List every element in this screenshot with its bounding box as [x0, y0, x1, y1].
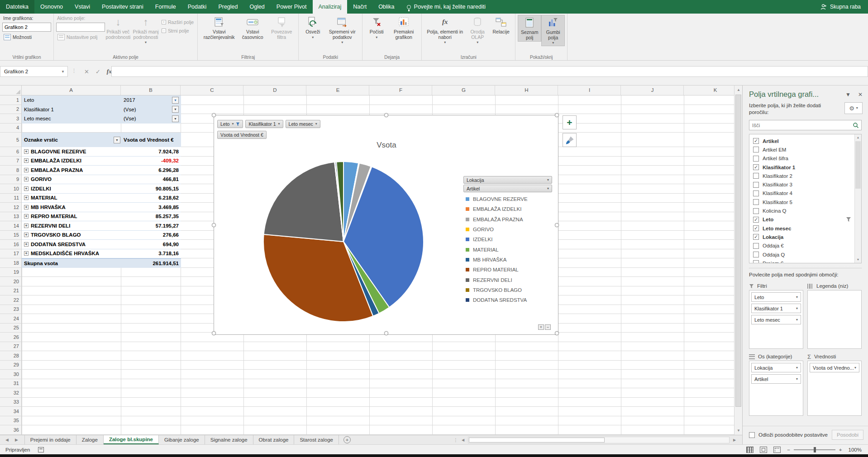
- expand-icon[interactable]: +: [24, 205, 29, 209]
- insert-timeline-button[interactable]: Vstavi časovnico: [238, 15, 267, 41]
- checkbox-icon[interactable]: [753, 199, 759, 205]
- row-header-8[interactable]: 8: [0, 166, 21, 175]
- share-button[interactable]: Skupna raba: [813, 0, 868, 14]
- legend-item-mb-hrva-ka[interactable]: MB HRVAŠKA: [466, 255, 528, 265]
- resize-handle[interactable]: [384, 331, 388, 335]
- column-header-j[interactable]: J: [621, 86, 684, 95]
- chart-name-input[interactable]: [2, 23, 51, 32]
- row-header-3[interactable]: 3: [0, 114, 21, 124]
- legend-item-gorivo[interactable]: GORIVO: [466, 224, 528, 234]
- olap-tools-button[interactable]: Orodja OLAP▾: [466, 15, 489, 45]
- row-header-31[interactable]: 31: [0, 379, 21, 389]
- pivot-data-row[interactable]: +IZDELKI90.805,15: [22, 184, 181, 194]
- ribbon-tab-analiziraj[interactable]: Analiziraj: [313, 0, 348, 14]
- field-item-leto-mesec[interactable]: ✓Leto mesec: [749, 224, 861, 233]
- row-header-11[interactable]: 11: [0, 194, 21, 203]
- legend-item-trgovsko-blago[interactable]: TRGOVSKO BLAGO: [466, 285, 528, 295]
- column-header-e[interactable]: E: [307, 86, 369, 95]
- row-header-27[interactable]: 27: [0, 342, 21, 352]
- legend-item-izdelki[interactable]: IZDELKI: [466, 234, 528, 244]
- checkbox-icon[interactable]: [753, 147, 759, 152]
- row-header-2[interactable]: 2: [0, 105, 21, 114]
- checkbox-icon[interactable]: [753, 156, 759, 162]
- pivot-data-row[interactable]: +GORIVO466,81: [22, 175, 181, 185]
- cancel-icon[interactable]: ✕: [84, 68, 89, 75]
- scroll-down-icon[interactable]: ▼: [855, 257, 861, 263]
- splitter-icon[interactable]: ⋮: [453, 438, 458, 443]
- sheet-tab-starost-zaloge[interactable]: Starost zaloge: [294, 435, 339, 444]
- search-icon[interactable]: [853, 122, 859, 129]
- checkbox-icon[interactable]: [753, 260, 759, 263]
- macro-record-icon[interactable]: [38, 447, 44, 452]
- pivot-data-row[interactable]: +EMBALAŽA PRAZNA6.296,28: [22, 166, 181, 175]
- area-pill-vsota-od-vredno[interactable]: Vsota od Vredno...▾: [810, 363, 859, 372]
- name-box[interactable]: ▼: [0, 66, 68, 77]
- area-pill-klasifikator-1[interactable]: Klasifikator 1▾: [751, 304, 801, 313]
- field-item-klasifikator-3[interactable]: Klasifikator 3: [749, 180, 861, 189]
- resize-handle[interactable]: [212, 223, 216, 227]
- row-header-33[interactable]: 33: [0, 398, 21, 407]
- new-sheet-button[interactable]: +: [343, 436, 351, 443]
- field-item-oddaja-q[interactable]: Oddaja Q: [749, 250, 861, 259]
- row-header-34[interactable]: 34: [0, 407, 21, 416]
- pane-menu-icon[interactable]: ▼: [845, 91, 851, 98]
- row-header-7[interactable]: 7: [0, 157, 21, 166]
- row-header-23[interactable]: 23: [0, 305, 21, 314]
- expand-icon[interactable]: +: [24, 158, 29, 163]
- row-header-14[interactable]: 14: [0, 221, 21, 231]
- column-header-i[interactable]: I: [558, 86, 621, 95]
- column-header-c[interactable]: C: [181, 86, 243, 95]
- checkbox-checked-icon[interactable]: ✓: [753, 217, 759, 223]
- sheet-tab-zaloge[interactable]: Zaloge: [76, 435, 104, 444]
- pivot-data-row[interactable]: +REZERVNI DELI57.195,27: [22, 221, 181, 231]
- resize-handle[interactable]: [555, 223, 559, 227]
- checkbox-icon[interactable]: [753, 252, 759, 257]
- column-header-f[interactable]: F: [370, 86, 432, 95]
- ribbon-tab-formule[interactable]: Formule: [149, 0, 182, 14]
- field-item-klasifikator-2[interactable]: Klasifikator 2: [749, 171, 861, 180]
- field-item-klasifikator-1[interactable]: ✓Klasifikator 1: [749, 163, 861, 171]
- pivot-data-row[interactable]: +MEDSKLADIŠČE HRVAŠKA3.718,16: [22, 249, 181, 259]
- update-button[interactable]: Posodobi: [832, 430, 863, 440]
- field-item-lokacija[interactable]: ✓Lokacija: [749, 233, 861, 241]
- legend-item-dodatna-sredstva[interactable]: DODATNA SREDSTVA: [466, 295, 528, 305]
- clear-button[interactable]: Počisti▾: [365, 15, 388, 40]
- expand-field-button[interactable]: + Razširi polje: [160, 19, 195, 26]
- expand-icon[interactable]: +: [24, 186, 29, 191]
- row-header-26[interactable]: 26: [0, 333, 21, 342]
- drill-expand-icon[interactable]: +: [538, 324, 544, 330]
- axis-area[interactable]: Lokacija▾Artikel▾: [749, 361, 803, 416]
- expand-icon[interactable]: +: [24, 177, 29, 181]
- area-pill-leto-mesec[interactable]: Leto mesec▾: [751, 315, 801, 324]
- horizontal-scroll-thumb[interactable]: [469, 438, 605, 443]
- row-header-5[interactable]: 5: [0, 133, 21, 147]
- ribbon-tab-power-pivot[interactable]: Power Pivot: [271, 0, 313, 14]
- pivot-data-row[interactable]: +DODATNA SREDSTVA694,90: [22, 240, 181, 249]
- tab-scroll-right-icon[interactable]: ▶: [15, 438, 18, 442]
- chart-legend[interactable]: BLAGOVNE REZERVEEMBALAŽA IZDELKIEMBALAŽA…: [466, 194, 528, 305]
- chart-field-button-leto[interactable]: Leto▾: [217, 120, 243, 128]
- formula-input[interactable]: [111, 66, 868, 77]
- field-item-oddaja[interactable]: Oddaja €: [749, 242, 861, 250]
- zoom-slider[interactable]: [794, 449, 835, 450]
- defer-layout-checkbox[interactable]: [749, 432, 755, 438]
- tools-button[interactable]: ⚙▾: [844, 102, 863, 114]
- ribbon-tab-oblika[interactable]: Oblika: [372, 0, 400, 14]
- expand-icon[interactable]: +: [24, 214, 29, 219]
- checkbox-checked-icon[interactable]: ✓: [753, 164, 759, 170]
- relationships-button[interactable]: Relacije: [489, 15, 513, 36]
- checkbox-icon[interactable]: [753, 173, 759, 179]
- field-settings-button[interactable]: Nastavitve polj: [56, 33, 105, 41]
- expand-icon[interactable]: +: [24, 149, 29, 154]
- column-header-h[interactable]: H: [496, 86, 558, 95]
- row-header-25[interactable]: 25: [0, 324, 21, 333]
- field-item-artikel-em[interactable]: Artikel EM: [749, 145, 861, 154]
- pane-close-icon[interactable]: ✕: [858, 91, 863, 98]
- row-header-32[interactable]: 32: [0, 388, 21, 398]
- vertical-scrollbar[interactable]: ▲ ▼: [734, 86, 742, 435]
- resize-handle[interactable]: [555, 113, 559, 117]
- options-button[interactable]: Možnosti: [2, 33, 51, 41]
- checkbox-icon[interactable]: [753, 208, 759, 214]
- sheet-tab-gibanje-zaloge[interactable]: Gibanje zaloge: [159, 435, 205, 444]
- expand-icon[interactable]: +: [24, 251, 29, 256]
